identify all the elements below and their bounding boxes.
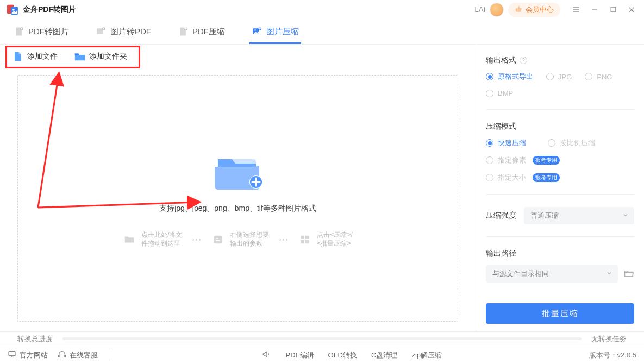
output-format-section: 输出格式 ? 原格式导出 JPG PNG BMP bbox=[486, 55, 634, 97]
radio-png[interactable]: PNG bbox=[585, 72, 612, 81]
exam-badge: 报考专用 bbox=[533, 156, 560, 165]
official-site-link[interactable]: 官方网站 bbox=[8, 350, 48, 360]
folder-icon bbox=[74, 51, 85, 62]
progress-status: 无转换任务 bbox=[591, 334, 627, 344]
output-path-section: 输出路径 与源文件目录相同 bbox=[486, 249, 634, 283]
image-compress-icon bbox=[251, 26, 262, 37]
svg-rect-24 bbox=[9, 352, 15, 356]
tab-image-compress[interactable]: 图片压缩 bbox=[249, 26, 301, 44]
settings-step-icon bbox=[211, 233, 224, 246]
monitor-icon bbox=[8, 350, 16, 360]
compress-mode-title: 压缩模式 bbox=[486, 122, 634, 131]
batch-compress-button[interactable]: 批量压缩 bbox=[486, 303, 634, 324]
svg-rect-23 bbox=[214, 236, 222, 244]
arrow-dots-icon: ››› bbox=[192, 236, 202, 243]
headset-icon bbox=[58, 350, 66, 360]
maximize-button[interactable] bbox=[607, 4, 619, 16]
progress-bar bbox=[62, 337, 582, 340]
tab-pdf-compress[interactable]: PDF压缩 bbox=[175, 26, 227, 44]
help-icon[interactable]: ? bbox=[520, 57, 527, 64]
output-path-select[interactable]: 与源文件目录相同 bbox=[486, 265, 618, 283]
version-label: 版本号：v2.0.5 bbox=[589, 350, 636, 360]
radio-jpg[interactable]: JPG bbox=[546, 72, 572, 81]
pdf-compress-icon bbox=[177, 26, 188, 37]
thumbs-up-icon bbox=[515, 5, 522, 14]
user-name-label: LAI bbox=[474, 5, 485, 14]
radio-original-format[interactable]: 原格式导出 bbox=[486, 72, 533, 81]
folder-outline-icon bbox=[123, 233, 136, 246]
footer: 官方网站 在线客服 PDF编辑 OFD转换 C盘清理 zip解压缩 版本号：v2… bbox=[0, 346, 644, 364]
add-file-button[interactable]: 添加文件 bbox=[7, 48, 63, 65]
avatar[interactable] bbox=[490, 3, 504, 17]
arrow-dots-icon: ››› bbox=[279, 236, 289, 243]
output-format-title: 输出格式 bbox=[486, 55, 516, 65]
svg-rect-7 bbox=[611, 7, 616, 12]
image-to-pdf-icon bbox=[95, 26, 106, 37]
tab-bar: PDF转图片 图片转PDF PDF压缩 图片压缩 bbox=[0, 20, 644, 45]
title-bar: 金舟PDF转图片 LAI 会员中心 bbox=[0, 0, 644, 20]
dropzone[interactable]: 支持jpg、jpeg、png、bmp、tif等多种图片格式 点击此处/将文 件拖… bbox=[17, 75, 458, 322]
footer-zip[interactable]: zip解压缩 bbox=[411, 349, 442, 361]
radio-bmp[interactable]: BMP bbox=[486, 89, 513, 97]
radio-size-compress[interactable]: 指定大小 报考专用 bbox=[486, 173, 634, 183]
steps-guide: 点击此处/将文 件拖动到这里 ››› 右侧选择想要 输出的参数 bbox=[123, 231, 353, 248]
pdf-to-image-icon bbox=[13, 26, 24, 37]
app-title: 金舟PDF转图片 bbox=[23, 5, 76, 15]
radio-ratio-compress[interactable]: 按比例压缩 bbox=[548, 138, 595, 148]
footer-ofd-convert[interactable]: OFD转换 bbox=[328, 349, 357, 361]
footer-pdf-edit[interactable]: PDF编辑 bbox=[286, 349, 314, 361]
tab-image-to-pdf[interactable]: 图片转PDF bbox=[93, 26, 153, 44]
compress-step-icon bbox=[298, 233, 311, 246]
support-link[interactable]: 在线客服 bbox=[58, 350, 98, 360]
vip-center-button[interactable]: 会员中心 bbox=[508, 3, 560, 17]
svg-rect-28 bbox=[64, 355, 66, 357]
file-action-row: 添加文件 添加文件夹 bbox=[0, 45, 476, 71]
minimize-button[interactable] bbox=[589, 4, 601, 16]
chevron-down-icon bbox=[606, 270, 612, 278]
dropzone-supports-text: 支持jpg、jpeg、png、bmp、tif等多种图片格式 bbox=[159, 204, 316, 214]
folder-plus-icon bbox=[214, 148, 262, 186]
radio-pixel-compress[interactable]: 指定像素 报考专用 bbox=[486, 155, 634, 165]
tab-pdf-to-image[interactable]: PDF转图片 bbox=[11, 26, 71, 44]
radio-fast-compress[interactable]: 快速压缩 bbox=[486, 138, 526, 148]
progress-row: 转换总进度 无转换任务 bbox=[0, 331, 644, 346]
chevron-down-icon bbox=[622, 212, 629, 220]
compress-mode-section: 压缩模式 快速压缩 按比例压缩 指定像素 报考专用 指定大小 报考专用 bbox=[486, 122, 634, 183]
add-folder-button[interactable]: 添加文件夹 bbox=[68, 48, 133, 65]
close-button[interactable] bbox=[626, 4, 637, 16]
open-folder-button[interactable] bbox=[623, 268, 634, 280]
svg-point-15 bbox=[254, 29, 256, 31]
svg-rect-27 bbox=[58, 355, 60, 357]
svg-point-2 bbox=[12, 9, 15, 11]
menu-button[interactable] bbox=[570, 4, 582, 16]
progress-label: 转换总进度 bbox=[17, 334, 53, 344]
output-path-title: 输出路径 bbox=[486, 249, 634, 259]
megaphone-icon bbox=[262, 349, 272, 361]
file-icon bbox=[12, 51, 23, 62]
compress-strength-section: 压缩强度 普通压缩 bbox=[486, 207, 634, 224]
compress-strength-title: 压缩强度 bbox=[486, 211, 516, 221]
right-panel: 输出格式 ? 原格式导出 JPG PNG BMP 压缩模式 bbox=[476, 45, 644, 331]
compress-strength-select[interactable]: 普通压缩 bbox=[524, 207, 634, 224]
footer-c-clean[interactable]: C盘清理 bbox=[371, 349, 397, 361]
app-logo-icon bbox=[7, 4, 18, 16]
svg-rect-11 bbox=[97, 28, 103, 34]
exam-badge: 报考专用 bbox=[533, 173, 560, 182]
